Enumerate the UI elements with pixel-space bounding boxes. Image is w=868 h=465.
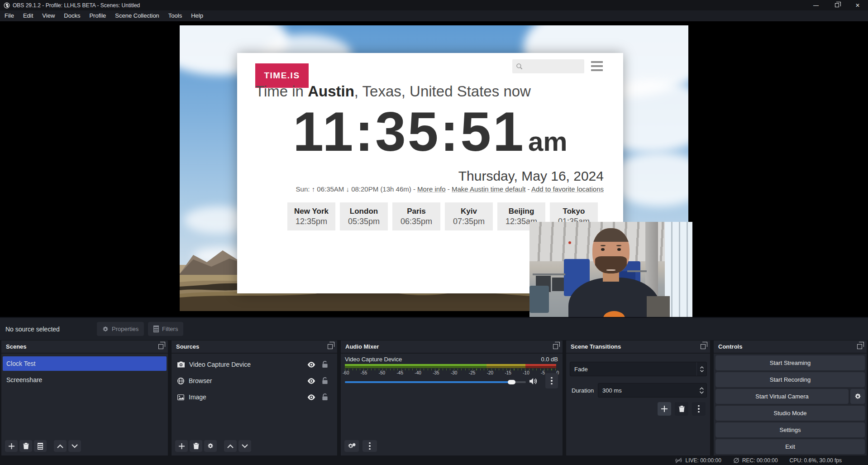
- search-icon: [516, 63, 523, 70]
- menu-profile[interactable]: Profile: [85, 10, 110, 21]
- double-gear-icon: [348, 443, 356, 449]
- remove-source-button[interactable]: [190, 440, 202, 452]
- lock-icon[interactable]: [322, 393, 328, 401]
- add-transition-button[interactable]: [658, 402, 671, 416]
- no-source-label: No source selected: [5, 326, 60, 333]
- city-card: Paris06:35pm: [392, 202, 440, 230]
- popout-icon[interactable]: [158, 344, 163, 349]
- make-default-link: Make Austin time default: [452, 185, 525, 193]
- preview-area[interactable]: TIME.IS Time in Austin, Texas, United St…: [0, 21, 868, 317]
- minimize-button[interactable]: —: [806, 0, 826, 10]
- scene-down-button[interactable]: [68, 440, 81, 452]
- source-up-button[interactable]: [224, 440, 237, 452]
- restore-icon: [835, 3, 839, 7]
- restore-button[interactable]: [826, 0, 847, 10]
- advanced-audio-button[interactable]: [344, 440, 359, 452]
- clock-time: 11:35:51: [293, 101, 525, 163]
- image-icon: [177, 394, 184, 400]
- cpu-fps-stats: CPU: 0.6%, 30.00 fps: [790, 457, 842, 464]
- source-item-video-capture[interactable]: Video Capture Device: [172, 357, 337, 372]
- visibility-eye-icon[interactable]: [307, 378, 315, 384]
- menu-docks[interactable]: Docks: [59, 10, 85, 21]
- webcam-video[interactable]: [529, 222, 692, 330]
- menu-edit[interactable]: Edit: [19, 10, 38, 21]
- titlebar: OBS 29.1.2 - Profile: LLHLS BETA - Scene…: [0, 0, 868, 10]
- studio-mode-button[interactable]: Studio Mode: [715, 406, 865, 421]
- more-info-link: More info: [417, 185, 446, 193]
- slider-handle[interactable]: [508, 380, 515, 384]
- close-button[interactable]: ✕: [847, 0, 868, 10]
- kebab-icon: [551, 377, 553, 385]
- source-item-image[interactable]: Image: [172, 390, 337, 404]
- popout-icon[interactable]: [553, 344, 558, 349]
- scene-transitions-header: Scene Transitions: [566, 340, 710, 354]
- city-card: Kyiv07:35pm: [445, 202, 493, 230]
- popout-icon[interactable]: [857, 344, 862, 349]
- duration-spinbox[interactable]: 300 ms: [598, 383, 707, 398]
- virtual-camera-settings-button[interactable]: [850, 389, 865, 404]
- speaker-icon[interactable]: [529, 378, 538, 385]
- properties-button[interactable]: Properties: [97, 322, 144, 336]
- visibility-eye-icon[interactable]: [307, 394, 315, 400]
- trash-icon: [23, 443, 29, 449]
- trash-icon: [679, 406, 685, 412]
- live-status: LIVE: 00:00:00: [675, 457, 721, 464]
- sources-header: Sources: [172, 340, 337, 354]
- lock-icon[interactable]: [322, 361, 328, 368]
- chevron-down-icon: [700, 370, 704, 372]
- gear-icon: [207, 443, 214, 449]
- add-source-button[interactable]: [175, 440, 188, 452]
- audio-mixer-header: Audio Mixer: [341, 340, 563, 354]
- menubar: File Edit View Docks Profile Scene Colle…: [0, 10, 868, 21]
- scene-up-button[interactable]: [54, 440, 67, 452]
- start-recording-button[interactable]: Start Recording: [715, 372, 865, 387]
- globe-icon: [177, 378, 184, 384]
- menu-help[interactable]: Help: [186, 10, 208, 21]
- source-item-browser[interactable]: Browser: [172, 374, 337, 388]
- transition-menu-button[interactable]: [692, 402, 706, 416]
- lock-icon[interactable]: [322, 377, 328, 384]
- chevron-up-icon: [700, 387, 704, 390]
- sun-times: Sun: ↑ 06:35AM ↓ 08:20PM (13h 46m): [296, 185, 411, 193]
- page-title: Time in Austin, Texas, United States now: [255, 83, 608, 100]
- audio-mixer-dock: Audio Mixer Video Capture Device 0.0 dB …: [340, 340, 563, 456]
- popout-icon[interactable]: [328, 344, 333, 349]
- scene-item-clock-test[interactable]: Clock Test: [3, 356, 167, 371]
- scenes-dock: Scenes Clock Test Screenshare: [1, 340, 168, 456]
- source-down-button[interactable]: [238, 440, 251, 452]
- remove-scene-button[interactable]: [19, 440, 32, 452]
- menu-view[interactable]: View: [38, 10, 59, 21]
- popout-icon[interactable]: [701, 344, 706, 349]
- chevron-up-icon: [700, 366, 704, 369]
- start-virtual-camera-button[interactable]: Start Virtual Camera: [715, 389, 849, 404]
- scene-item-screenshare[interactable]: Screenshare: [1, 373, 168, 387]
- chevron-down-icon: [700, 391, 704, 394]
- sun-info-line: Sun: ↑ 06:35AM ↓ 08:20PM (13h 46m) - Mor…: [237, 185, 604, 193]
- plus-icon: [9, 443, 14, 449]
- menu-file[interactable]: File: [0, 10, 19, 21]
- transition-select[interactable]: Fade: [570, 362, 707, 376]
- select-spinner[interactable]: [696, 362, 706, 376]
- mixer-channel-menu-button[interactable]: [545, 373, 558, 388]
- kebab-icon: [698, 405, 700, 413]
- trash-icon: [193, 443, 199, 449]
- spinbox-arrows[interactable]: [696, 384, 706, 397]
- exit-button[interactable]: Exit: [715, 439, 865, 454]
- chevron-up-icon: [57, 444, 63, 448]
- menu-tools[interactable]: Tools: [164, 10, 186, 21]
- remove-transition-button[interactable]: [675, 402, 688, 416]
- filters-button[interactable]: Filters: [148, 322, 183, 336]
- record-off-icon: [733, 457, 739, 464]
- settings-button[interactable]: Settings: [715, 422, 865, 437]
- volume-slider[interactable]: [345, 379, 535, 386]
- rec-status: REC: 00:00:00: [733, 457, 778, 464]
- mixer-menu-button[interactable]: [362, 440, 377, 452]
- add-scene-button[interactable]: [5, 440, 18, 452]
- city-card: New York12:35pm: [287, 202, 335, 230]
- source-properties-button[interactable]: [204, 440, 217, 452]
- menu-scene-collection[interactable]: Scene Collection: [110, 10, 164, 21]
- start-streaming-button[interactable]: Start Streaming: [715, 355, 865, 370]
- scene-filters-button[interactable]: [34, 440, 47, 452]
- visibility-eye-icon[interactable]: [307, 362, 315, 368]
- current-date: Thursday, May 16, 2024: [237, 168, 604, 184]
